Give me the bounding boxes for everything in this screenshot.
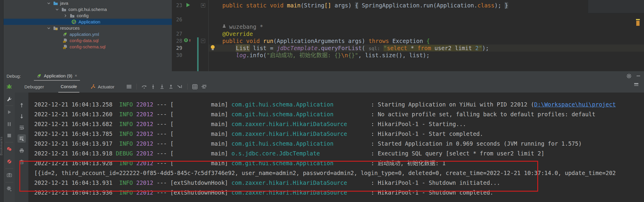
scrollbar-yellow-mark xyxy=(636,19,640,20)
log-line: [{id=2, third_account_id=222222-0f85-4dd… xyxy=(29,168,644,178)
chevron-down-icon[interactable] xyxy=(46,26,51,31)
session-tab-label: Application (9) xyxy=(44,73,72,78)
tree-item-label: com.git.hui.schema xyxy=(68,7,107,12)
scroll-to-end-icon[interactable] xyxy=(18,134,26,143)
scrollbar-orange-mark xyxy=(636,21,640,26)
tree-item-schema-package[interactable]: com.git.hui.schema xyxy=(4,6,172,12)
console-output[interactable]: 2022-12-21 16:04:13.258 INFO 22012 --- [… xyxy=(29,93,644,202)
text-segment: : Starting Application on YiHui with PID… xyxy=(367,101,534,108)
stop-icon[interactable] xyxy=(5,131,13,140)
file-path-link[interactable]: D:\Workspace\hui\project xyxy=(534,101,616,108)
mute-breakpoints-icon[interactable] xyxy=(5,157,13,166)
text-segment: queryForList xyxy=(321,45,362,51)
editor-line: 26 xyxy=(172,16,644,23)
text-segment: INFO xyxy=(116,131,133,137)
log-line: 2022-12-21 16:04:13.917 INFO 22012 --- [… xyxy=(29,139,644,149)
tree-item-label: resources xyxy=(60,26,80,31)
pause-icon[interactable] xyxy=(5,120,13,128)
text-segment: --- [ main] xyxy=(153,101,231,108)
tree-item-config-data-sql[interactable]: SQL config-data.sql xyxy=(4,37,172,44)
gear-icon[interactable] xyxy=(626,74,632,79)
text-segment: .info( xyxy=(246,52,267,58)
text-segment: , list.size(), list); xyxy=(358,52,430,58)
tree-item-config-schema-sql[interactable]: SQL config-schema.sql xyxy=(4,44,172,50)
code-editor[interactable]: + − O ↑ 23 public static void main(Strin… xyxy=(172,0,644,71)
text-segment: 22012 xyxy=(133,111,153,117)
text-segment: com.zaxxer.hikari.HikariDataSource xyxy=(232,189,368,196)
force-step-into-icon[interactable] xyxy=(158,83,167,90)
text-segment: --- [extShutdownHook] xyxy=(153,179,231,186)
tree-item-config[interactable]: config xyxy=(4,12,172,19)
restore-layout-icon[interactable] xyxy=(634,82,639,87)
text-segment: . xyxy=(318,45,321,51)
log-line: 2022-12-21 16:04:13.931 INFO 22012 --- [… xyxy=(29,178,644,188)
chevron-down-icon[interactable] xyxy=(55,7,59,12)
text-segment: : HikariPool-1 - Shutdown initiated... xyxy=(367,179,500,186)
text-segment: (String xyxy=(301,2,324,9)
view-breakpoints-icon[interactable] xyxy=(5,145,13,153)
settings-gear-icon[interactable] xyxy=(5,184,13,193)
debug-session-tab[interactable]: Application (9) × xyxy=(34,71,80,81)
text-segment: 2022-12-21 16:04:13.785 xyxy=(34,131,116,137)
text-segment: } xyxy=(505,2,508,9)
text-segment: 2022-12-21 16:04:13.931 xyxy=(34,179,116,186)
tab-actuator[interactable]: Actuator xyxy=(88,81,117,93)
source-folder-icon xyxy=(53,1,58,6)
tree-item-label: config-schema.sql xyxy=(70,44,106,49)
text-segment: --- [ main] xyxy=(153,121,231,127)
text-segment: 2022-12-21 16:04:13.936 xyxy=(34,189,116,196)
text-segment: DEBUG xyxy=(116,150,133,157)
debug-toolbar xyxy=(4,93,15,202)
text-segment: 22012 xyxy=(133,101,153,108)
text-segment: class xyxy=(477,2,494,9)
text-segment: 2022-12-21 16:04:13.258 xyxy=(34,101,116,108)
text-segment: 22012 xyxy=(133,179,153,186)
step-out-icon[interactable] xyxy=(167,83,175,90)
debug-label: Debug: xyxy=(7,74,21,79)
chevron-right-icon[interactable] xyxy=(63,13,68,18)
text-segment: INFO xyxy=(116,160,133,166)
stripe-bookmarks-label[interactable]: Bookmarks xyxy=(0,136,3,155)
package-folder-icon xyxy=(61,7,66,12)
wrench-icon[interactable] xyxy=(5,95,13,103)
svg-text:SQL: SQL xyxy=(63,41,66,42)
step-over-icon[interactable] xyxy=(140,83,149,90)
chevron-down-icon[interactable] xyxy=(46,1,51,6)
tree-item-java[interactable]: java xyxy=(4,0,172,6)
tree-item-application-selected[interactable]: Application xyxy=(4,19,172,25)
hide-panel-icon[interactable] xyxy=(636,74,640,78)
text-segment: public static void xyxy=(209,2,287,9)
text-segment: : Executing SQL query [select * from use… xyxy=(367,150,544,157)
view-options-icon[interactable] xyxy=(200,83,208,90)
clear-console-icon[interactable] xyxy=(18,158,26,166)
text-segment: list = xyxy=(249,45,277,51)
text-segment: com.zaxxer.hikari.HikariDataSource xyxy=(232,121,368,127)
text-segment: 2022-12-21 16:04:13.682 xyxy=(34,121,116,127)
tab-console[interactable]: Console xyxy=(58,81,79,93)
spring-config-icon xyxy=(62,32,67,37)
tree-item-resources[interactable]: resources xyxy=(4,25,172,31)
tree-item-application-yml[interactable]: application.yml xyxy=(4,31,172,37)
svg-text:SQL: SQL xyxy=(63,47,66,49)
more-options-icon[interactable] xyxy=(125,83,133,90)
text-segment: (ApplicationArguments args) xyxy=(273,38,368,44)
text-segment: * xyxy=(407,45,417,51)
print-icon[interactable] xyxy=(18,146,26,155)
sql-file-icon: SQL xyxy=(62,44,67,49)
text-segment: --- [ main] xyxy=(153,111,231,117)
up-stack-icon[interactable] xyxy=(18,101,26,109)
camera-icon[interactable] xyxy=(5,171,13,179)
editor-line: wuzebang * xyxy=(172,23,644,30)
text-segment: com.zaxxer.hikari.HikariDataSource xyxy=(232,179,368,186)
tab-debugger[interactable]: Debugger xyxy=(22,81,46,93)
text-segment: --- [ main] xyxy=(153,131,231,137)
resume-icon[interactable] xyxy=(5,108,13,116)
soft-wrap-icon[interactable] xyxy=(18,123,26,132)
close-icon[interactable]: × xyxy=(75,73,77,78)
step-into-icon[interactable] xyxy=(149,83,158,90)
text-segment xyxy=(209,31,222,37)
run-to-cursor-icon[interactable] xyxy=(175,83,184,90)
ide-window: Bookmarks java com.git.hui.schema config… xyxy=(0,0,644,202)
evaluate-expression-icon[interactable] xyxy=(191,83,200,90)
down-stack-icon[interactable] xyxy=(18,112,26,120)
